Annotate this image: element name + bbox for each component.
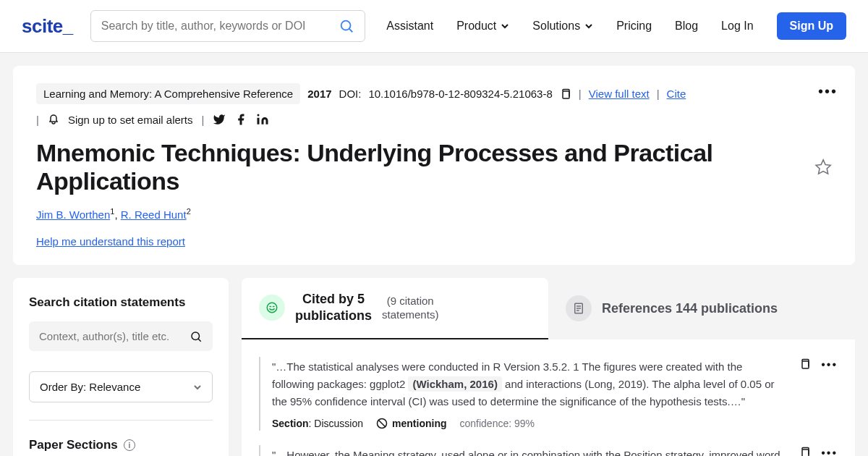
chevron-down-icon [193, 383, 202, 392]
search-box[interactable] [90, 10, 365, 42]
nav-product[interactable]: Product [456, 20, 509, 33]
svg-line-12 [378, 420, 386, 427]
doi-label: DOI: [339, 88, 362, 100]
view-full-text-link[interactable]: View full text [589, 88, 650, 100]
svg-rect-14 [802, 449, 809, 456]
confidence-label: confidence: [459, 418, 514, 429]
signup-button[interactable]: Sign Up [777, 12, 846, 40]
nav-solutions-label: Solutions [532, 20, 580, 33]
citation-pre: "…However, the Meaning strategy, used al… [272, 449, 780, 456]
search-citations-title: Search citation statements [29, 295, 213, 310]
top-header: scite_ Assistant Product Solutions Prici… [0, 0, 868, 53]
more-menu-icon[interactable]: ••• [821, 358, 838, 371]
citation-filter-input[interactable] [29, 321, 213, 351]
citation-actions: ••• [785, 357, 838, 445]
search-icon[interactable] [190, 330, 203, 343]
authors: Jim B. Worthen1, R. Reed Hunt2 [36, 207, 832, 221]
citation-item: "…However, the Meaning strategy, used al… [259, 445, 785, 456]
twitter-icon[interactable] [213, 113, 226, 126]
svg-marker-3 [816, 160, 830, 174]
separator: | [579, 88, 582, 100]
separator: | [657, 88, 660, 100]
main-nav: Assistant Product Solutions Pricing Blog… [386, 12, 846, 40]
lower-section: Search citation statements Order By: Rel… [13, 278, 855, 456]
nav-product-label: Product [456, 20, 496, 33]
citation-type: mentioning [392, 418, 446, 429]
linkedin-icon[interactable] [256, 113, 269, 126]
paper-meta-row-2: | Sign up to set email alerts | [36, 113, 832, 126]
quote-icon-wrap [259, 295, 285, 321]
cited-by-line2: publications [295, 308, 372, 324]
svg-rect-13 [802, 361, 809, 368]
copy-icon[interactable] [799, 447, 811, 456]
paper-sections-title: Paper Sections [29, 438, 118, 452]
confidence-value: 99% [514, 418, 535, 429]
alerts-text[interactable]: Sign up to set email alerts [68, 114, 193, 126]
logo[interactable]: scite_ [22, 15, 73, 38]
nav-blog[interactable]: Blog [675, 20, 698, 33]
nav-solutions[interactable]: Solutions [532, 20, 593, 33]
journal-badge[interactable]: Learning and Memory: A Comprehensive Ref… [36, 83, 300, 104]
document-icon [572, 302, 585, 315]
star-icon[interactable] [814, 158, 832, 177]
tabs: Cited by 5 publications (9 citation stat… [242, 278, 855, 339]
separator: | [202, 114, 205, 126]
nav-pricing[interactable]: Pricing [616, 20, 652, 33]
svg-point-4 [192, 332, 200, 340]
references-label: References 144 publications [602, 300, 778, 317]
affiliation-sup: 1 [110, 207, 114, 216]
info-icon[interactable]: i [124, 439, 135, 451]
nav-login[interactable]: Log In [721, 20, 753, 33]
quote-icon [265, 301, 278, 314]
citation-row: "…However, the Meaning strategy, used al… [259, 445, 838, 456]
paper-meta-row: Learning and Memory: A Comprehensive Ref… [36, 83, 832, 104]
separator: | [36, 114, 39, 126]
citation-text: "…The statistical analyses were conducte… [272, 358, 785, 410]
copy-icon[interactable] [560, 88, 571, 100]
sidebar: Search citation statements Order By: Rel… [13, 278, 229, 456]
author-link[interactable]: Jim B. Worthen [36, 208, 110, 221]
order-label: Order By: Relevance [40, 381, 140, 393]
order-by-select[interactable]: Order By: Relevance [29, 371, 213, 402]
copy-icon[interactable] [799, 358, 811, 370]
cited-by-sub2: statements) [382, 308, 438, 322]
affiliation-sup: 2 [187, 207, 191, 216]
citation-item: "…The statistical analyses were conducte… [259, 357, 785, 431]
paper-doi: 10.1016/b978-0-12-809324-5.21063-8 [368, 88, 552, 100]
nav-assistant[interactable]: Assistant [386, 20, 433, 33]
tab-references[interactable]: References 144 publications [548, 278, 855, 339]
bell-icon[interactable] [48, 114, 59, 125]
help-understand-link[interactable]: Help me understand this report [36, 235, 185, 248]
document-icon-wrap [566, 295, 592, 321]
tab-cited-by[interactable]: Cited by 5 publications (9 citation stat… [242, 278, 548, 339]
cite-link[interactable]: Cite [667, 88, 686, 100]
svg-line-1 [349, 29, 352, 33]
more-menu-icon[interactable]: ••• [821, 447, 838, 456]
paper-card: ••• Learning and Memory: A Comprehensive… [13, 66, 855, 265]
section-name: : Discussion [309, 418, 363, 429]
cited-by-sub1: (9 citation [387, 294, 434, 308]
facebook-icon[interactable] [234, 113, 247, 126]
citation-text: "…However, the Meaning strategy, used al… [272, 447, 785, 456]
citation-highlight: (Wickham, 2016) [408, 376, 501, 392]
mentioning-icon [376, 418, 388, 429]
citation-actions: ••• [785, 445, 838, 456]
citation-meta: Section: Discussion mentioning confidenc… [272, 418, 785, 429]
svg-line-5 [198, 339, 201, 342]
paper-sections-header: Paper Sections i [29, 438, 213, 452]
author-link[interactable]: R. Reed Hunt [121, 208, 187, 221]
more-menu-icon[interactable]: ••• [818, 83, 838, 100]
filter-wrap [29, 321, 213, 361]
chevron-down-icon [501, 22, 509, 30]
main-column: Cited by 5 publications (9 citation stat… [242, 278, 855, 456]
paper-year: 2017 [307, 88, 331, 100]
search-input[interactable] [101, 20, 339, 33]
svg-point-6 [267, 303, 277, 313]
svg-point-0 [341, 21, 350, 30]
citation-list: "…The statistical analyses were conducte… [242, 339, 855, 456]
search-icon[interactable] [339, 18, 354, 34]
citation-row: "…The statistical analyses were conducte… [259, 357, 838, 445]
divider [29, 420, 213, 421]
paper-title-text: Mnemonic Techniques: Underlying Processe… [36, 139, 806, 195]
section-label: Section [272, 418, 309, 429]
